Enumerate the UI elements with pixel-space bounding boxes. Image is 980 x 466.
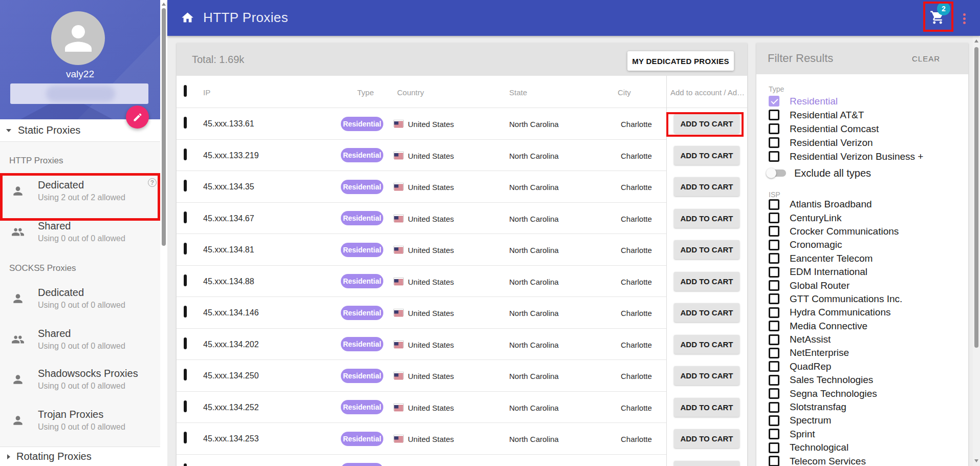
isp-filter-atlantis-broadband[interactable]: Atlantis Broadband: [756, 198, 968, 211]
filter-label: Technological: [790, 442, 848, 453]
sidebar-scrollbar-thumb[interactable]: [162, 8, 166, 246]
isp-filter-slotstransfag[interactable]: Slotstransfag: [756, 400, 968, 414]
more-options-button[interactable]: [962, 12, 966, 26]
isp-filter-cronomagic[interactable]: Cronomagic: [756, 238, 968, 251]
row-checkbox[interactable]: [184, 180, 187, 192]
sidebar-item-dedicated[interactable]: DedicatedUsing 2 out of 2 allowed: [0, 179, 160, 202]
type-filter-residential-at-t[interactable]: Residential AT&T: [756, 108, 968, 122]
filter-checkbox[interactable]: [769, 110, 779, 120]
isp-filter-technological[interactable]: Technological: [756, 441, 968, 454]
type-filter-residential-verizon-business-[interactable]: Residential Verizon Business +: [756, 150, 968, 163]
filter-checkbox[interactable]: [769, 199, 779, 210]
add-to-cart-button[interactable]: ADD TO CART: [674, 146, 739, 165]
filter-checkbox[interactable]: [769, 456, 779, 466]
isp-filter-quadrep[interactable]: QuadRep: [756, 360, 968, 373]
isp-filter-netenterprise[interactable]: NetEnterprise: [756, 346, 968, 359]
filter-checkbox[interactable]: [769, 123, 779, 134]
filter-checkbox[interactable]: [769, 321, 779, 331]
add-to-cart-button[interactable]: [674, 461, 739, 466]
clear-filters-button[interactable]: CLEAR: [912, 54, 940, 63]
row-checkbox[interactable]: [184, 337, 187, 349]
filter-checkbox[interactable]: [769, 415, 779, 426]
filter-checkbox[interactable]: [769, 96, 779, 107]
isp-filter-telecom-services[interactable]: Telecom Services: [756, 454, 968, 466]
my-dedicated-proxies-button[interactable]: MY DEDICATED PROXIES: [627, 51, 734, 71]
page-scrollbar-thumb[interactable]: [974, 47, 978, 348]
scroll-up-arrow[interactable]: [974, 39, 978, 43]
filter-checkbox[interactable]: [769, 253, 779, 264]
row-checkbox[interactable]: [184, 117, 187, 129]
row-checkbox[interactable]: [184, 369, 187, 380]
sidebar-item-shadowsocks-proxies[interactable]: Shadowsocks ProxiesUsing 0 out of 0 allo…: [0, 368, 160, 391]
isp-filter-centurylink[interactable]: CenturyLink: [756, 211, 968, 224]
add-to-cart-button[interactable]: ADD TO CART: [674, 177, 739, 196]
sidebar-item-dedicated[interactable]: DedicatedUsing 0 out of 0 allowed: [0, 287, 160, 310]
isp-filter-netassist[interactable]: NetAssist: [756, 333, 968, 346]
filter-checkbox[interactable]: [769, 226, 779, 237]
sidebar-item-shared[interactable]: SharedUsing 0 out of 0 allowed: [0, 220, 160, 243]
filter-checkbox[interactable]: [769, 293, 779, 304]
sidebar-item-trojan-proxies[interactable]: Trojan ProxiesUsing 0 out of 0 allowed: [0, 409, 160, 432]
filter-checkbox[interactable]: [769, 137, 779, 148]
select-all-checkbox[interactable]: [184, 85, 187, 97]
filter-checkbox[interactable]: [769, 429, 779, 439]
add-to-cart-button[interactable]: ADD TO CART: [674, 335, 739, 354]
sidebar-item-shared[interactable]: SharedUsing 0 out of 0 allowed: [0, 328, 160, 351]
scroll-down-arrow[interactable]: [974, 459, 978, 462]
page-scrollbar[interactable]: [973, 36, 980, 466]
add-to-cart-button[interactable]: ADD TO CART: [674, 209, 739, 228]
filter-checkbox[interactable]: [769, 361, 779, 372]
filter-checkbox[interactable]: [769, 307, 779, 318]
isp-filter-sales-technologies[interactable]: Sales Technologies: [756, 373, 968, 387]
add-to-cart-button[interactable]: ADD TO CART: [674, 240, 739, 259]
rotating-proxies-section-toggle[interactable]: Rotating Proxies: [0, 447, 160, 466]
filter-checkbox[interactable]: [769, 280, 779, 291]
scroll-up-arrow[interactable]: [162, 3, 166, 6]
filter-checkbox[interactable]: [769, 442, 779, 453]
add-to-cart-button[interactable]: ADD TO CART: [674, 303, 739, 322]
row-checkbox[interactable]: [184, 243, 187, 255]
type-filter-residential-verizon[interactable]: Residential Verizon: [756, 136, 968, 150]
isp-filter-eancenter-telecom[interactable]: Eancenter Telecom: [756, 252, 968, 265]
filter-checkbox[interactable]: [769, 213, 779, 223]
type-filter-residential[interactable]: Residential: [756, 94, 968, 108]
cell-ip: 45.xxx.134.35: [203, 182, 254, 192]
isp-filter-spectrum[interactable]: Spectrum: [756, 414, 968, 427]
sidebar-item-subtitle: Using 2 out of 2 allowed: [38, 193, 125, 202]
row-checkbox[interactable]: [184, 149, 187, 160]
filter-checkbox[interactable]: [769, 334, 779, 345]
filter-checkbox[interactable]: [769, 267, 779, 278]
filter-checkbox[interactable]: [769, 388, 779, 399]
cart-button[interactable]: 2: [923, 2, 953, 32]
filter-checkbox[interactable]: [769, 375, 779, 386]
filter-checkbox[interactable]: [769, 402, 779, 413]
isp-filter-hydra-communications[interactable]: Hydra Communications: [756, 306, 968, 319]
add-to-cart-button[interactable]: ADD TO CART: [674, 366, 739, 385]
filter-checkbox[interactable]: [769, 151, 779, 162]
row-checkbox[interactable]: [184, 306, 187, 317]
add-to-cart-button[interactable]: ADD TO CART: [674, 272, 739, 291]
add-to-cart-button[interactable]: ADD TO CART: [674, 398, 739, 417]
isp-filter-global-router[interactable]: Global Router: [756, 279, 968, 292]
isp-filter-sprint[interactable]: Sprint: [756, 428, 968, 441]
edit-profile-button[interactable]: [126, 105, 149, 129]
exclude-all-types-toggle[interactable]: Exclude all types: [768, 166, 871, 180]
add-to-cart-button[interactable]: ADD TO CART: [674, 114, 739, 133]
add-to-cart-button[interactable]: ADD TO CART: [674, 429, 739, 448]
filter-checkbox[interactable]: [769, 348, 779, 358]
isp-filter-media-connective[interactable]: Media Connective: [756, 320, 968, 333]
row-checkbox[interactable]: [184, 432, 187, 443]
sidebar-scrollbar[interactable]: [160, 0, 167, 466]
isp-filter-crocker-communications[interactable]: Crocker Communications: [756, 225, 968, 238]
isp-filter-segna-technologies[interactable]: Segna Technologies: [756, 387, 968, 400]
row-checkbox[interactable]: [184, 463, 187, 466]
type-filter-residential-comcast[interactable]: Residential Comcast: [756, 122, 968, 136]
filter-checkbox[interactable]: [769, 240, 779, 250]
home-button[interactable]: [181, 11, 194, 27]
row-checkbox[interactable]: [184, 400, 187, 412]
help-icon[interactable]: ?: [148, 178, 157, 187]
isp-filter-gtt-communications-inc-[interactable]: GTT Communications Inc.: [756, 292, 968, 306]
isp-filter-edm-international[interactable]: EDM International: [756, 265, 968, 279]
row-checkbox[interactable]: [184, 274, 187, 286]
row-checkbox[interactable]: [184, 211, 187, 223]
